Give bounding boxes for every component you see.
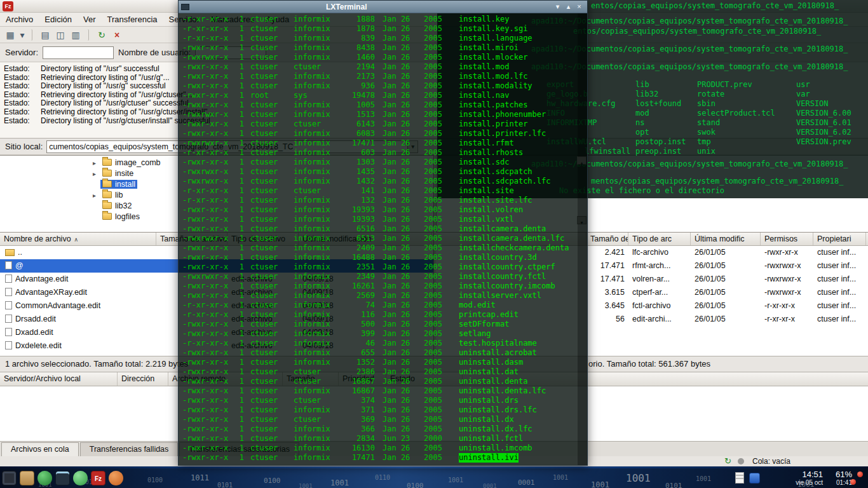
- tree-item-label: insite: [115, 169, 133, 178]
- minimize-icon[interactable]: ▾: [552, 3, 563, 11]
- file-permissions: -rwxrwxr-x: [182, 53, 229, 62]
- menu-item[interactable]: Edición: [39, 13, 78, 26]
- remote-file-modified: 26/01/05: [691, 273, 761, 286]
- column-header[interactable]: Tamaño de: [587, 233, 628, 245]
- column-header[interactable]: Nombre de archivo∧: [0, 233, 156, 245]
- log-status-label: Estado:: [4, 74, 41, 83]
- column-header[interactable]: Propietari: [813, 233, 866, 245]
- remote-file-owner: ctuser inf...: [813, 259, 866, 273]
- link-count: 1: [229, 224, 244, 234]
- terminal-line: -rwxrwxr-x1ctuserinformix1435Jan 262005i…: [182, 167, 587, 177]
- link-count: 1: [229, 415, 244, 424]
- app-icon[interactable]: [109, 471, 123, 485]
- tray-app-icon[interactable]: [749, 473, 760, 484]
- file-manager-icon[interactable]: [20, 471, 34, 485]
- tray-document-icon[interactable]: [735, 472, 744, 484]
- terminal-scrollbar[interactable]: [578, 13, 587, 465]
- remote-file-type: lfc-archivo: [628, 246, 691, 259]
- file-size: 655: [334, 348, 375, 358]
- terminal-line: -rwxr-xr-x1ctuserinformix6083Jan 262005i…: [182, 129, 587, 139]
- file-owner: ctuser: [250, 329, 288, 339]
- file-permissions: -r-xr-xr-x: [182, 186, 229, 196]
- link-count: 1: [229, 243, 244, 253]
- file-group: informix: [294, 139, 334, 148]
- queue-column-header[interactable]: Dirección: [118, 372, 168, 386]
- message-log-icon[interactable]: ▤: [37, 28, 53, 42]
- close-icon[interactable]: ×: [574, 3, 585, 11]
- file-size: 19478: [334, 91, 375, 100]
- queue-tab[interactable]: Transferencias fallidas: [80, 442, 179, 456]
- file-size: 2349: [334, 272, 375, 281]
- file-size: 2351: [334, 262, 375, 272]
- file-owner: ctuser: [250, 62, 288, 72]
- column-header[interactable]: Última modific: [691, 233, 761, 245]
- link-count: 1: [229, 320, 244, 329]
- file-group: ctuser: [294, 186, 334, 196]
- file-year: 2005: [418, 453, 442, 463]
- queue-column-header[interactable]: Servidor/Archivo local: [0, 372, 118, 386]
- link-count: 1: [229, 72, 244, 81]
- file-group: informix: [294, 167, 334, 177]
- file-owner: ctuser: [250, 81, 288, 91]
- local-tree-icon[interactable]: ◫: [53, 28, 68, 42]
- file-permissions: -rwxr-xr-x: [182, 453, 229, 463]
- file-name: install.mod.lfc: [459, 72, 527, 81]
- browser2-icon[interactable]: [73, 471, 88, 485]
- terminal-line: -rwxr-xr-x1ctuserinformix2834Jun 232000u…: [182, 434, 587, 444]
- remote-file-modified: 26/01/05: [691, 246, 761, 259]
- stop-icon[interactable]: ×: [109, 28, 125, 42]
- filezilla-icon[interactable]: Fz: [91, 471, 105, 485]
- file-owner: ctuser: [250, 396, 288, 405]
- file-size: 17471: [334, 453, 375, 463]
- terminal-titlebar[interactable]: LXTerminal ▾▴×: [179, 1, 587, 13]
- menu-item[interactable]: Archivo: [0, 13, 39, 26]
- dropdown-icon[interactable]: ▾: [18, 28, 27, 42]
- file-date: Jan 26: [383, 62, 413, 72]
- terminal-icon[interactable]: [55, 471, 70, 485]
- site-manager-icon[interactable]: ▦: [3, 28, 18, 42]
- file-owner: ctuser: [250, 72, 288, 81]
- expand-arrow-icon[interactable]: [93, 168, 100, 179]
- refresh-icon[interactable]: ↻: [94, 28, 109, 42]
- server-input[interactable]: [43, 46, 114, 59]
- column-header[interactable]: Permisos: [761, 233, 813, 245]
- file-owner: ctuser: [250, 205, 288, 215]
- menu-icon[interactable]: [2, 471, 17, 485]
- file-owner: ctuser: [250, 291, 288, 301]
- remote-file-size: 56: [587, 313, 628, 326]
- file-name: uninstall.drs: [459, 396, 519, 405]
- maximize-icon[interactable]: ▴: [563, 3, 574, 11]
- link-count: 1: [229, 100, 244, 110]
- menu-item[interactable]: Transferencia: [102, 13, 163, 26]
- file-permissions: -r-xr-xr-x: [182, 24, 229, 34]
- file-size: 116: [334, 310, 375, 320]
- queue-tab[interactable]: Archivos en cola: [1, 442, 79, 456]
- column-header[interactable]: Tipo de arc: [628, 233, 691, 245]
- clock[interactable]: 14:51 vie 05 oct: [778, 470, 823, 486]
- file-owner: ctuser: [250, 377, 288, 386]
- file-date: Jan 26: [383, 129, 413, 139]
- link-count: 1: [229, 196, 244, 205]
- file-name: install.patches: [459, 100, 527, 110]
- file-name: Advantage.edit: [15, 274, 68, 283]
- file-name: uninstall.ivi: [459, 453, 519, 463]
- file-name: install.vxtl: [459, 215, 514, 224]
- file-date: Jan 26: [383, 43, 413, 53]
- browser-icon[interactable]: [37, 471, 52, 485]
- file-date: Jan 26: [383, 72, 413, 81]
- remote-file-modified: 26/01/05: [691, 286, 761, 299]
- file-permissions: -r-xr-xr-x: [182, 15, 229, 24]
- file-size: 2386: [334, 367, 375, 377]
- link-count: 1: [229, 424, 244, 434]
- file-icon: [5, 301, 12, 309]
- terminal-output[interactable]: -r-xr-xr-x1ctuserinformix1888Jan 262005i…: [179, 13, 587, 465]
- file-name: install.mlocker: [459, 53, 527, 62]
- file-permissions: -r-xr-xr-x: [182, 301, 229, 310]
- menu-item[interactable]: Ver: [78, 13, 102, 26]
- file-name: uninstall.denta: [459, 377, 527, 386]
- expand-arrow-icon[interactable]: [93, 158, 100, 168]
- file-size: 839: [334, 34, 375, 43]
- remote-tree-icon[interactable]: ▥: [68, 28, 83, 42]
- file-size: 16130: [334, 444, 375, 453]
- expand-arrow-icon[interactable]: [93, 190, 100, 201]
